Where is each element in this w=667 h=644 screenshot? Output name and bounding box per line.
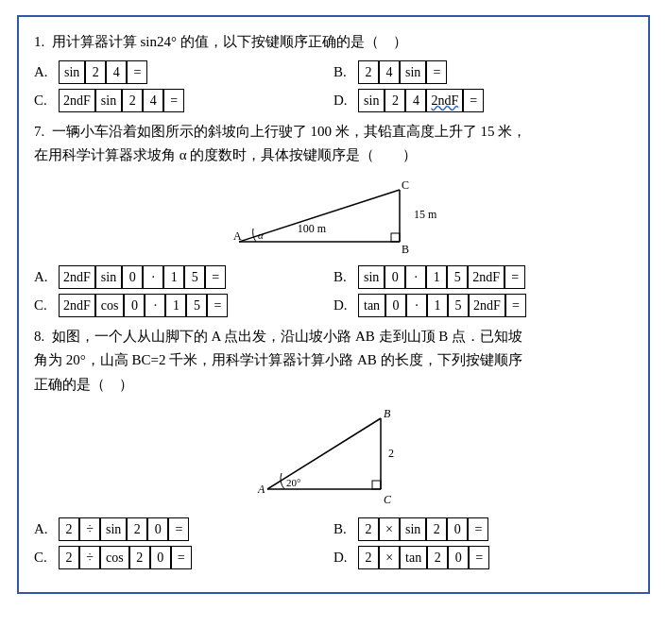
key-2: 2 bbox=[85, 60, 106, 84]
q1-b-keys: 24sin= bbox=[358, 60, 447, 84]
key-tan: tan bbox=[400, 546, 427, 569]
q8-b-label: B. bbox=[334, 521, 354, 537]
q1-option-a: A. sin24= bbox=[34, 60, 334, 84]
key-eq: = bbox=[127, 60, 147, 84]
key-2: 2 bbox=[358, 60, 379, 84]
q7-option-c: C. 2ndFcos0·15= bbox=[34, 294, 334, 317]
q7-options: A. 2ndFsin0·15= B. sin0·152ndF= C. bbox=[34, 265, 633, 317]
key-2ndf: 2ndF bbox=[59, 294, 95, 317]
key-2ndf: 2ndF bbox=[426, 89, 463, 112]
q7-b-label: B. bbox=[334, 269, 354, 285]
q8-d-label: D. bbox=[334, 550, 354, 566]
key-mul: × bbox=[379, 546, 400, 569]
key-0: 0 bbox=[122, 265, 143, 289]
key-dot: · bbox=[405, 265, 426, 289]
q8-options: A. 2÷sin20= B. 2×sin20= C. 2÷co bbox=[34, 517, 633, 569]
svg-text:B: B bbox=[384, 407, 391, 420]
key-sin: sin bbox=[95, 89, 122, 112]
key-2ndf: 2ndF bbox=[469, 294, 505, 317]
q1-option-c: C. 2ndFsin24= bbox=[34, 89, 334, 112]
q7-c-keys: 2ndFcos0·15= bbox=[59, 294, 228, 317]
svg-text:2: 2 bbox=[388, 447, 394, 460]
key-5: 5 bbox=[186, 294, 207, 317]
svg-text:100 m: 100 m bbox=[298, 222, 327, 235]
q7-option-d: D. tan0·152ndF= bbox=[334, 294, 633, 317]
key-1: 1 bbox=[426, 265, 447, 289]
key-cos: cos bbox=[100, 546, 129, 569]
key-0: 0 bbox=[150, 546, 171, 569]
key-eq: = bbox=[207, 294, 228, 317]
key-eq: = bbox=[205, 265, 226, 289]
svg-rect-3 bbox=[391, 233, 400, 242]
key-0: 0 bbox=[147, 517, 168, 541]
key-sin: sin bbox=[400, 517, 426, 541]
q1-option-d: D. sin242ndF= bbox=[334, 89, 633, 112]
key-1: 1 bbox=[427, 294, 448, 317]
q8-b-keys: 2×sin20= bbox=[358, 517, 488, 541]
q1-a-label: A. bbox=[34, 64, 55, 80]
q8-d-keys: 2×tan20= bbox=[358, 546, 489, 569]
svg-text:A: A bbox=[257, 483, 265, 496]
q7-d-keys: tan0·152ndF= bbox=[358, 294, 526, 317]
content-box: 1. 用计算器计算 sin24° 的值，以下按键顺序正确的是（ ） A. sin… bbox=[17, 15, 650, 594]
q7-option-b: B. sin0·152ndF= bbox=[334, 265, 633, 289]
question-1: 1. 用计算器计算 sin24° 的值，以下按键顺序正确的是（ ） A. sin… bbox=[34, 30, 633, 112]
q8-a-keys: 2÷sin20= bbox=[59, 517, 189, 541]
q8-diagram: A C B 20° 2 bbox=[34, 404, 633, 508]
q7-diagram: 100 m 15 m A B C α bbox=[34, 176, 633, 256]
q1-d-keys: sin242ndF= bbox=[358, 89, 484, 112]
key-eq: = bbox=[505, 294, 526, 317]
key-2ndf: 2ndF bbox=[59, 265, 95, 289]
key-eq: = bbox=[163, 89, 184, 112]
q8-option-b: B. 2×sin20= bbox=[334, 517, 633, 541]
key-dot: · bbox=[145, 294, 165, 317]
key-eq: = bbox=[171, 546, 192, 569]
key-sin: sin bbox=[95, 265, 122, 289]
key-4: 4 bbox=[405, 89, 426, 112]
q8-option-c: C. 2÷cos20= bbox=[34, 546, 334, 569]
q1-d-label: D. bbox=[334, 93, 354, 109]
key-mul: × bbox=[379, 517, 400, 541]
q1-option-b: B. 24sin= bbox=[334, 60, 633, 84]
q1-c-label: C. bbox=[34, 93, 55, 109]
key-2: 2 bbox=[59, 546, 79, 569]
q1-title: 1. 用计算器计算 sin24° 的值，以下按键顺序正确的是（ ） bbox=[34, 30, 633, 55]
key-2: 2 bbox=[358, 546, 379, 569]
key-div: ÷ bbox=[79, 517, 100, 541]
q7-title: 7. 一辆小车沿着如图所示的斜坡向上行驶了 100 米，其铅直高度上升了 15 … bbox=[34, 120, 633, 168]
key-dot: · bbox=[143, 265, 163, 289]
q1-options: A. sin24= B. 24sin= C. 2ndFsin2 bbox=[34, 60, 633, 112]
q7-option-a: A. 2ndFsin0·15= bbox=[34, 265, 334, 289]
key-2ndf: 2ndF bbox=[59, 89, 95, 112]
page-container: 1. 用计算器计算 sin24° 的值，以下按键顺序正确的是（ ） A. sin… bbox=[0, 0, 667, 644]
q7-triangle-svg: 100 m 15 m A B C α bbox=[220, 176, 447, 256]
q8-option-a: A. 2÷sin20= bbox=[34, 517, 334, 541]
key-1: 1 bbox=[163, 265, 184, 289]
q8-a-label: A. bbox=[34, 521, 55, 537]
key-eq: = bbox=[463, 89, 484, 112]
svg-rect-13 bbox=[372, 481, 381, 489]
key-eq: = bbox=[168, 517, 189, 541]
key-2ndf: 2ndF bbox=[468, 265, 505, 289]
key-eq: = bbox=[426, 60, 447, 84]
key-cos: cos bbox=[95, 294, 125, 317]
key-2: 2 bbox=[426, 517, 447, 541]
key-4: 4 bbox=[143, 89, 163, 112]
key-0: 0 bbox=[447, 517, 468, 541]
q8-c-label: C. bbox=[34, 550, 55, 566]
key-2: 2 bbox=[127, 517, 147, 541]
key-5: 5 bbox=[448, 294, 469, 317]
q7-d-label: D. bbox=[334, 297, 354, 314]
question-7: 7. 一辆小车沿着如图所示的斜坡向上行驶了 100 米，其铅直高度上升了 15 … bbox=[34, 120, 633, 317]
key-5: 5 bbox=[184, 265, 205, 289]
key-0: 0 bbox=[124, 294, 145, 317]
key-sin: sin bbox=[358, 89, 385, 112]
q7-c-label: C. bbox=[34, 297, 55, 314]
q8-title: 8. 如图，一个人从山脚下的 A 点出发，沿山坡小路 AB 走到山顶 B 点．已… bbox=[34, 325, 633, 398]
key-2: 2 bbox=[358, 517, 379, 541]
key-dot: · bbox=[406, 294, 427, 317]
key-0: 0 bbox=[385, 294, 406, 317]
q8-c-keys: 2÷cos20= bbox=[59, 546, 192, 569]
key-2: 2 bbox=[427, 546, 448, 569]
svg-text:α: α bbox=[258, 229, 264, 241]
